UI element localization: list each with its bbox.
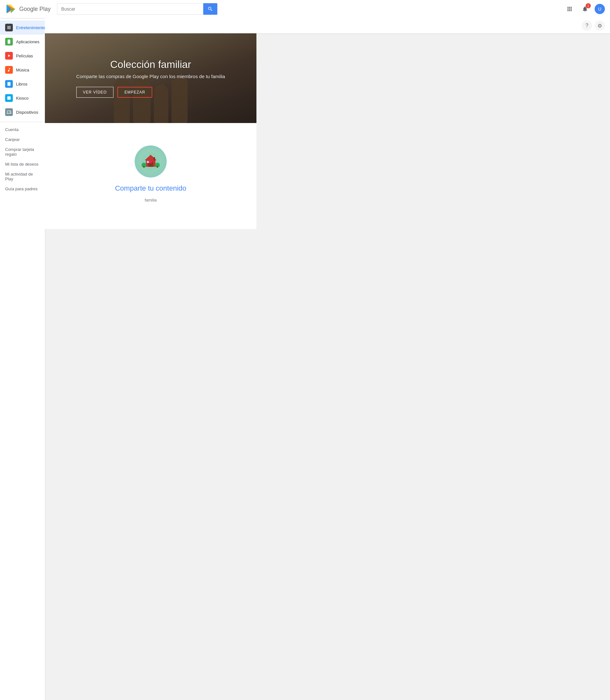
svg-rect-5 xyxy=(154,157,155,161)
page-layout-1: Entretenimiento Aplicaciones Películas M… xyxy=(0,18,610,700)
main-header: Google Play 1 U xyxy=(0,0,610,18)
svg-rect-9 xyxy=(157,166,158,168)
svg-rect-7 xyxy=(144,166,145,168)
kiosk-label: Kiosco xyxy=(16,96,29,101)
user-avatar[interactable]: U xyxy=(595,4,605,14)
devices-nav-icon xyxy=(7,110,11,114)
logo-text: Google Play xyxy=(19,6,51,13)
devices-label: Dispositivos xyxy=(16,110,38,115)
search-button[interactable] xyxy=(203,3,217,15)
music-icon xyxy=(5,66,13,74)
books-label: Libros xyxy=(16,82,27,86)
movies-icon xyxy=(5,52,13,60)
sidebar-link-wishlist[interactable]: Mi lista de deseos xyxy=(0,159,45,169)
hero-text: Colección familiar Comparte las compras … xyxy=(76,59,225,98)
sidebar-item-entertainment[interactable]: Entretenimiento xyxy=(0,20,45,35)
sub-header-1: ? ⚙ xyxy=(45,18,610,33)
apps-grid-button[interactable] xyxy=(564,3,575,15)
apps-label: Aplicaciones xyxy=(16,39,39,44)
house-icon-circle xyxy=(135,146,167,178)
notifications-button[interactable]: 1 xyxy=(579,3,591,15)
grid-icon xyxy=(566,6,573,12)
house-svg xyxy=(141,152,160,171)
start-button[interactable]: EMPEZAR xyxy=(117,87,152,98)
sidebar-link-activity[interactable]: Mi actividad de Play xyxy=(0,169,45,184)
sidebar-item-books[interactable]: Libros xyxy=(0,77,45,91)
hero-title: Colección familiar xyxy=(76,59,225,70)
sidebar-item-movies[interactable]: Películas xyxy=(0,49,45,63)
apps-nav-icon xyxy=(7,39,11,44)
books-icon xyxy=(5,80,13,88)
grid-nav-icon xyxy=(7,25,11,30)
music-nav-icon xyxy=(7,68,11,72)
search-icon xyxy=(207,6,213,12)
content-area-1: Comparte tu contenido familia xyxy=(45,123,256,229)
sidebar-link-redeem[interactable]: Canjear xyxy=(0,135,45,145)
sidebar-item-apps[interactable]: Aplicaciones xyxy=(0,35,45,49)
search-bar xyxy=(57,3,217,15)
notification-badge: 1 xyxy=(585,3,591,8)
entertainment-label: Entretenimiento xyxy=(16,25,45,30)
devices-icon xyxy=(5,108,13,116)
search-input[interactable] xyxy=(57,3,203,15)
sidebar-1: Entretenimiento Aplicaciones Películas M… xyxy=(0,18,45,700)
books-nav-icon xyxy=(7,82,11,86)
movies-nav-icon xyxy=(7,53,11,58)
movies-label: Películas xyxy=(16,53,33,58)
share-content-title: Comparte tu contenido xyxy=(64,184,237,193)
hero-buttons: VER VÍDEO EMPEZAR xyxy=(76,87,225,98)
share-content-desc: familia xyxy=(96,197,205,204)
sidebar-item-music[interactable]: Música xyxy=(0,63,45,77)
kiosk-icon xyxy=(5,94,13,102)
settings-button-1[interactable]: ⚙ xyxy=(595,20,605,31)
watch-video-button[interactable]: VER VÍDEO xyxy=(76,87,113,98)
sidebar-divider xyxy=(0,122,45,122)
sub-header-actions: ? ⚙ xyxy=(582,20,605,31)
sidebar-link-account[interactable]: Cuenta xyxy=(0,124,45,135)
sidebar-link-gift[interactable]: Comprar tarjeta regalo xyxy=(0,145,45,159)
play-logo-icon xyxy=(5,3,17,15)
sidebar-item-kiosk[interactable]: Kiosco xyxy=(0,91,45,105)
sidebar-nav-1: Entretenimiento Aplicaciones Películas M… xyxy=(0,20,45,119)
entertainment-icon xyxy=(5,24,13,31)
feature-share: Comparte tu contenido familia xyxy=(51,136,250,216)
svg-rect-3 xyxy=(149,164,152,167)
music-label: Música xyxy=(16,68,29,72)
sidebar-link-parents[interactable]: Guía para padres xyxy=(0,184,45,194)
google-play-logo[interactable]: Google Play xyxy=(5,3,51,15)
help-button-1[interactable]: ? xyxy=(582,20,592,31)
kiosk-nav-icon xyxy=(7,96,11,100)
header-actions: 1 U xyxy=(564,3,605,15)
sidebar-item-devices[interactable]: Dispositivos xyxy=(0,105,45,119)
hero-banner: Colección familiar Comparte las compras … xyxy=(45,33,256,123)
apps-icon xyxy=(5,38,13,46)
hero-subtitle: Comparte las compras de Google Play con … xyxy=(76,74,225,79)
main-content-1: ? ⚙ Colección familiar Comparte las comp… xyxy=(45,18,610,700)
